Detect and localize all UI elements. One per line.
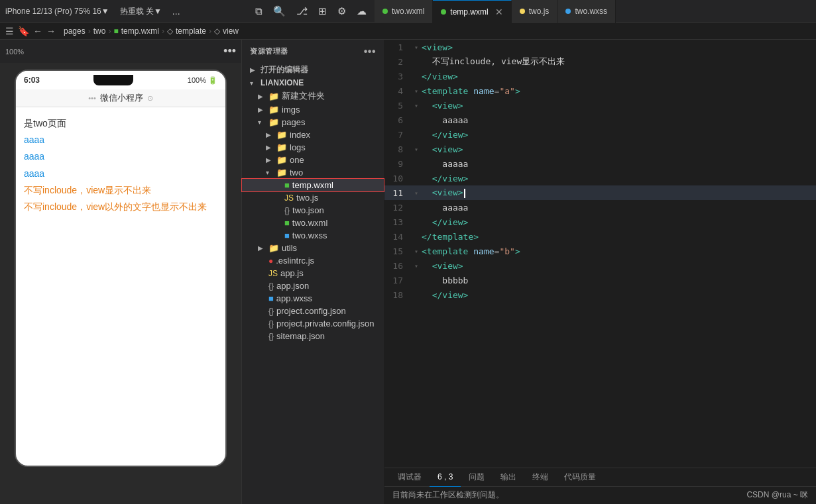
tree-project-config[interactable]: {} project.config.json bbox=[242, 305, 384, 317]
file-icon-two-wxss: ■ bbox=[284, 230, 290, 240]
tree-temp-wxml[interactable]: ■ temp.wxml bbox=[242, 179, 384, 191]
line-fold-11[interactable]: ▾ bbox=[411, 189, 422, 197]
hot-reload[interactable]: 热重载 关▼ bbox=[120, 6, 162, 17]
tree-eslintrc[interactable]: ● .eslintrc.js bbox=[242, 254, 384, 267]
editor-area: 1 ▾ <view> 2 不写incloude, view显示不出来 3 </v… bbox=[384, 40, 816, 504]
more-dots[interactable]: ... bbox=[172, 6, 180, 17]
tree-app-wxss[interactable]: ■ app.wxss bbox=[242, 292, 384, 305]
bc-template[interactable]: template bbox=[176, 26, 206, 36]
bottom-panel: 调试器 6 , 3 问题 输出 终端 代码质量 目前尚未在 bbox=[384, 468, 816, 504]
tree-logs[interactable]: ▶ 📁 logs bbox=[242, 141, 384, 154]
tab-debugger[interactable]: 调试器 bbox=[390, 468, 430, 487]
line-code-13: </view> bbox=[422, 217, 811, 227]
grid-icon[interactable]: ⊞ bbox=[318, 5, 327, 17]
breadcrumb-menu-icon[interactable]: ☰ bbox=[5, 26, 14, 36]
tab-two-wxml[interactable]: two.wxml bbox=[375, 0, 433, 23]
tree-label-two-js: two.js bbox=[296, 193, 318, 203]
line-code-4: <template name="a"> bbox=[422, 86, 811, 96]
bc-pages[interactable]: pages bbox=[64, 26, 86, 36]
line-fold-1[interactable]: ▾ bbox=[411, 44, 422, 51]
tree-two-folder[interactable]: ▾ 📁 two bbox=[242, 166, 384, 179]
tab-position[interactable]: 6 , 3 bbox=[430, 468, 461, 487]
sidebar-root[interactable]: ▾ LIANXIONE bbox=[242, 77, 384, 89]
tree-sitemap[interactable]: {} sitemap.json bbox=[242, 330, 384, 342]
line-num-15: 15 bbox=[384, 246, 411, 256]
folder-icon-logs: 📁 bbox=[276, 142, 287, 152]
phone-device: 6:03 100% 🔋 ••• 微信小程序 ⊙ 是two页面 aaaa bbox=[15, 70, 227, 467]
wechat-cam[interactable]: ⊙ bbox=[147, 94, 153, 103]
tree-index[interactable]: ▶ 📁 index bbox=[242, 128, 384, 141]
phone-more[interactable]: ••• bbox=[223, 44, 236, 58]
tree-app-json[interactable]: {} app.json bbox=[242, 279, 384, 292]
tab-problems-label: 问题 bbox=[469, 472, 485, 483]
bc-two[interactable]: two bbox=[93, 26, 106, 36]
tree-pages[interactable]: ▾ 📁 pages bbox=[242, 116, 384, 128]
tree-label-two-folder: two bbox=[290, 168, 303, 177]
tree-utils[interactable]: ▶ 📁 utils bbox=[242, 242, 384, 254]
phone-status-bar: 6:03 100% 🔋 bbox=[16, 71, 225, 89]
tree-two-wxml[interactable]: ■ two.wxml bbox=[242, 217, 384, 229]
code-line-9: 9 aaaaa bbox=[384, 156, 816, 171]
tree-imgs[interactable]: ▶ 📁 imgs bbox=[242, 103, 384, 116]
folder-icon-one: 📁 bbox=[276, 155, 287, 165]
line-fold-16[interactable]: ▾ bbox=[411, 262, 422, 270]
tree-app-js[interactable]: JS app.js bbox=[242, 267, 384, 279]
main-area: 100% ••• 6:03 100% 🔋 ••• 微信小程序 bbox=[0, 40, 816, 504]
file-icon-two-wxml: ■ bbox=[284, 218, 290, 228]
line-fold-5[interactable]: ▾ bbox=[411, 102, 422, 109]
search-icon[interactable]: 🔍 bbox=[273, 5, 286, 17]
wechat-dots[interactable]: ••• bbox=[88, 94, 96, 102]
file-icon-app-js: JS bbox=[268, 269, 278, 278]
tab-output[interactable]: 输出 bbox=[493, 468, 524, 487]
line-code-3: </view> bbox=[422, 72, 811, 81]
file-icon-app-wxss: ■ bbox=[268, 293, 274, 303]
tab-label-temp-wxml: temp.wxml bbox=[450, 7, 488, 17]
tab-two-js[interactable]: two.js bbox=[512, 0, 558, 23]
tab-problems[interactable]: 问题 bbox=[461, 468, 493, 487]
tab-code-quality-label: 代码质量 bbox=[564, 472, 596, 483]
settings-icon[interactable]: ⚙ bbox=[337, 5, 346, 17]
tab-dot-two-wxml bbox=[382, 9, 388, 14]
tree-two-wxss[interactable]: ■ two.wxss bbox=[242, 229, 384, 242]
line-fold-15[interactable]: ▾ bbox=[411, 248, 422, 255]
line-fold-4[interactable]: ▾ bbox=[411, 87, 422, 95]
phone-100pct: 100% bbox=[5, 48, 24, 56]
tab-debugger-label: 调试器 bbox=[398, 472, 422, 483]
line-code-7: </view> bbox=[422, 130, 811, 140]
bc-view[interactable]: view bbox=[223, 26, 239, 36]
tab-terminal[interactable]: 终端 bbox=[524, 468, 556, 487]
sidebar-more-icon[interactable]: ••• bbox=[364, 46, 376, 58]
phone-info[interactable]: iPhone 12/13 (Pro) 75% 16▼ bbox=[5, 7, 109, 16]
sidebar-open-editors[interactable]: ▶ 打开的编辑器 bbox=[242, 63, 384, 77]
line-code-15: <template name="b"> bbox=[422, 246, 811, 256]
tab-label-two-js: two.js bbox=[529, 7, 550, 16]
tree-new-folder[interactable]: ▶ 📁 新建文件夹 bbox=[242, 89, 384, 103]
tree-two-json[interactable]: {} two.json bbox=[242, 204, 384, 217]
tab-code-quality[interactable]: 代码质量 bbox=[556, 468, 604, 487]
tab-two-wxss[interactable]: two.wxss bbox=[557, 0, 616, 23]
line-code-11: <view> bbox=[422, 187, 811, 198]
cloud-icon[interactable]: ☁ bbox=[357, 5, 367, 17]
tree-project-private[interactable]: {} project.private.config.json bbox=[242, 317, 384, 330]
split-editor-icon[interactable]: ⧉ bbox=[255, 5, 262, 17]
line-fold-8[interactable]: ▾ bbox=[411, 146, 422, 153]
tab-close-temp-wxml[interactable]: ✕ bbox=[495, 7, 503, 17]
code-line-15: 15 ▾ <template name="b"> bbox=[384, 244, 816, 258]
tree-two-js[interactable]: JS two.js bbox=[242, 191, 384, 204]
breadcrumb-bookmark-icon[interactable]: 🔖 bbox=[18, 26, 29, 36]
phone-time: 6:03 bbox=[24, 76, 40, 85]
tab-temp-wxml[interactable]: temp.wxml ✕ bbox=[433, 0, 511, 23]
breadcrumb-back-icon[interactable]: ← bbox=[33, 26, 42, 36]
code-line-10: 10 </view> bbox=[384, 171, 816, 185]
bc-temp-wxml[interactable]: temp.wxml bbox=[121, 26, 159, 36]
code-line-5: 5 ▾ <view> bbox=[384, 98, 816, 113]
root-label: LIANXIONE bbox=[261, 78, 304, 87]
breadcrumb-forward-icon[interactable]: → bbox=[46, 26, 56, 36]
branch-icon[interactable]: ⎇ bbox=[296, 5, 308, 17]
bc-diamond1: ◇ bbox=[167, 26, 173, 36]
editor-content[interactable]: 1 ▾ <view> 2 不写incloude, view显示不出来 3 </v… bbox=[384, 40, 816, 468]
tree-one[interactable]: ▶ 📁 one bbox=[242, 154, 384, 166]
sidebar-title: 资源管理器 bbox=[250, 46, 288, 56]
tree-label-two-wxss: two.wxss bbox=[292, 230, 327, 240]
line-num-17: 17 bbox=[384, 276, 411, 285]
